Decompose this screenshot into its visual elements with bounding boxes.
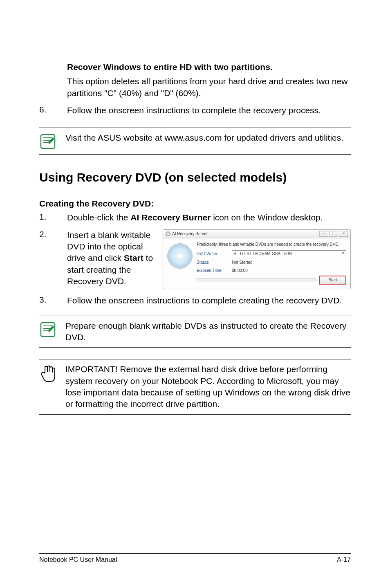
maximize-button[interactable]: ☐ xyxy=(329,231,338,237)
start-button[interactable]: Start xyxy=(319,276,346,285)
step1-bold: AI Recovery Burner xyxy=(130,213,211,222)
elapsed-time-value: 00:00:00 xyxy=(232,268,346,274)
option-body: This option deletes all partitions from … xyxy=(67,76,351,99)
step1-pre: Double-click the xyxy=(67,213,130,222)
note-1-text: Visit the ASUS website at www.asus.com f… xyxy=(61,132,351,144)
note-icon xyxy=(39,320,61,338)
svg-rect-0 xyxy=(41,135,55,148)
step-3-text: Follow the onscreen instructions to comp… xyxy=(67,295,351,306)
step-6-text: Follow the onscreen instructions to comp… xyxy=(67,105,351,116)
note-2-text: Prepare enough blank writable DVDs as in… xyxy=(61,320,351,343)
window-titlebar: AI Recovery Burner — ☐ ✕ xyxy=(163,230,350,238)
option-heading: Recover Windows to entire HD with two pa… xyxy=(67,61,351,72)
window-title: AI Recovery Burner xyxy=(172,231,208,237)
minimize-button[interactable]: — xyxy=(319,231,328,237)
ai-recovery-burner-screenshot: AI Recovery Burner — ☐ ✕ Predictably, th… xyxy=(163,229,351,290)
footer-left: Notebook PC User Manual xyxy=(39,556,117,563)
step1-post: icon on the Window desktop. xyxy=(211,213,323,222)
note-3-text: IMPORTANT! Remove the external hard disk… xyxy=(61,364,351,410)
prediction-text: Predictably, three blank writable DVDs a… xyxy=(197,242,346,247)
step-1-text: Double-click the AI Recovery Burner icon… xyxy=(67,212,351,223)
dvd-writer-value: HL-DT-ST DVDRAM GSA-T50N xyxy=(233,251,292,257)
status-value: Not Started xyxy=(232,260,346,265)
svg-rect-1 xyxy=(41,323,55,337)
footer-right: A-17 xyxy=(337,556,351,563)
note-box-blank-dvds: Prepare enough blank writable DVDs as in… xyxy=(39,316,351,348)
dvd-writer-select[interactable]: HL-DT-ST DVDRAM GSA-T50N ▼ xyxy=(232,250,346,257)
step2-bold: Start xyxy=(124,253,143,263)
step-2-text: Insert a blank writable DVD into the opt… xyxy=(67,229,155,287)
status-label: Status: xyxy=(197,260,232,265)
step-number-3: 3. xyxy=(39,295,67,306)
elapsed-time-label: Elapsed Time: xyxy=(197,268,232,274)
dvd-writer-label: DVD Writer: xyxy=(197,251,232,257)
step-number-6: 6. xyxy=(39,105,67,116)
important-hand-icon xyxy=(39,364,61,383)
step-number-1: 1. xyxy=(39,212,67,223)
chevron-down-icon: ▼ xyxy=(341,251,345,256)
close-button[interactable]: ✕ xyxy=(339,231,348,237)
section-heading: Using Recovery DVD (on selected models) xyxy=(39,170,351,185)
subsection-heading: Creating the Recovery DVD: xyxy=(39,199,351,209)
progress-bar xyxy=(197,278,316,282)
note-icon xyxy=(39,132,61,150)
page-footer: Notebook PC User Manual A-17 xyxy=(39,553,351,563)
note-box-drivers: Visit the ASUS website at www.asus.com f… xyxy=(39,128,351,155)
app-icon xyxy=(166,231,170,236)
important-box: IMPORTANT! Remove the external hard disk… xyxy=(39,359,351,414)
step-number-2: 2. xyxy=(39,229,67,290)
dvd-disc-icon xyxy=(167,243,193,269)
